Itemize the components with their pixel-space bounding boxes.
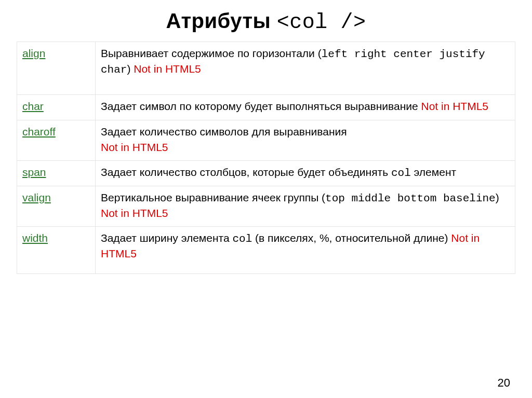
desc-text: Задает количество символов для выравнива… [101,126,347,138]
desc-warning: Not in HTML5 [421,100,489,112]
desc-text: Выравнивает содержимое по горизонтали ( [101,47,322,59]
attr-desc: Задает символ по которому будет выполнят… [96,94,515,120]
desc-warning: Not in HTML5 [101,207,168,219]
desc-code: top middle bottom baseline [325,193,496,204]
table-row: width Задает ширину элемента col (в пикс… [17,226,515,274]
attr-desc: Выравнивает содержимое по горизонтали (l… [96,42,515,95]
desc-text: Вертикальное выравнивание ячеек группы ( [101,191,325,203]
title-code: <col /> [277,11,366,34]
desc-warning: Not in HTML5 [101,141,168,153]
desc-text: Задает ширину элемента [101,232,232,244]
slide-title: Атрибуты <col /> [0,9,532,34]
desc-text: Задает количество столбцов, которые буде… [101,166,391,178]
table-row: span Задает количество столбцов, которые… [17,160,515,186]
table-row: charoff Задает количество символов для в… [17,120,515,161]
desc-text-post: ) [127,63,134,75]
desc-text-post: (в пикселях, %, относительной длине) [252,232,451,244]
table-row: valign Вертикальное выравнивание ячеек г… [17,186,515,227]
slide: Атрибуты <col /> align Выравнивает содер… [0,9,532,398]
attr-link-width[interactable]: width [22,232,48,244]
attr-link-span[interactable]: span [22,166,46,178]
table-row: char Задает символ по которому будет вып… [17,94,515,120]
title-text: Атрибуты [166,9,271,32]
attr-desc: Задает количество столбцов, которые буде… [96,160,515,186]
attr-link-valign[interactable]: valign [22,191,51,203]
page-number: 20 [498,376,510,390]
desc-text-post: элемент [411,166,456,178]
attr-desc: Задает ширину элемента col (в пикселях, … [96,226,515,274]
attributes-table: align Выравнивает содержимое по горизонт… [17,42,515,274]
desc-text-post: ) [496,191,499,203]
desc-text: Задает символ по которому будет выполнят… [101,100,421,112]
attr-desc: Задает количество символов для выравнива… [96,120,515,161]
table-row: align Выравнивает содержимое по горизонт… [17,42,515,95]
attr-link-charoff[interactable]: charoff [22,126,56,138]
attr-link-align[interactable]: align [22,47,45,59]
attr-desc: Вертикальное выравнивание ячеек группы (… [96,186,515,227]
desc-code: col [391,167,411,179]
desc-code: col [232,233,252,245]
attr-link-char[interactable]: char [22,100,44,112]
desc-warning: Not in HTML5 [134,63,201,75]
